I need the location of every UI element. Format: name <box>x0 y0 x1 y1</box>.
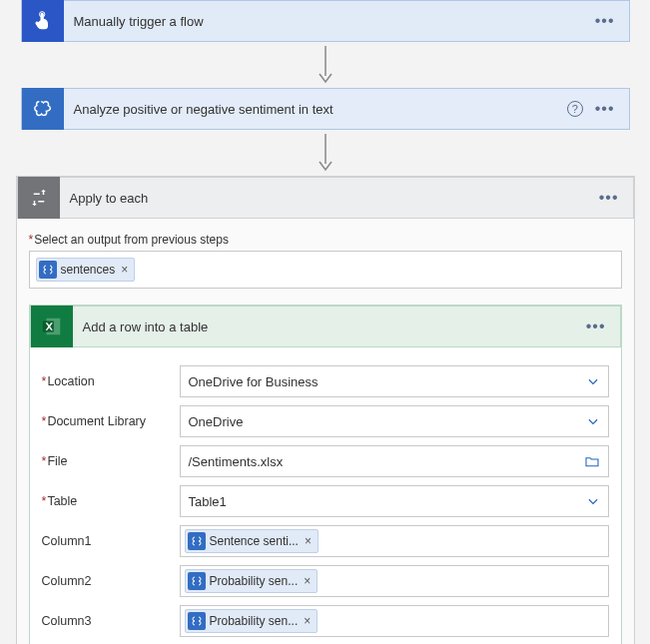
table-select[interactable]: Table1 <box>180 485 609 517</box>
step-title: Analyze positive or negative sentiment i… <box>64 102 567 117</box>
arrow-connector <box>8 46 642 86</box>
token-sentence-sentiment[interactable]: Sentence senti... × <box>185 529 319 553</box>
loop-icon <box>18 177 60 219</box>
row-document-library: *Document Library OneDrive <box>42 405 609 437</box>
dynamic-content-icon <box>188 532 206 550</box>
row-location: *Location OneDrive for Business <box>42 365 609 397</box>
step-add-row-excel: Add a row into a table ••• *Location One… <box>29 305 622 644</box>
svg-rect-4 <box>42 322 53 332</box>
more-icon[interactable]: ••• <box>595 101 615 117</box>
output-selector[interactable]: sentences × <box>29 251 622 289</box>
help-icon[interactable]: ? <box>567 101 583 117</box>
token-probability-2[interactable]: Probability sen... × <box>185 609 319 633</box>
field-label: *Select an output from previous steps <box>29 233 622 247</box>
chevron-down-icon <box>586 374 600 388</box>
token-sentences[interactable]: sentences × <box>36 258 136 282</box>
step-manual-trigger[interactable]: Manually trigger a flow ••• <box>21 0 630 42</box>
dynamic-content-icon <box>188 612 206 630</box>
step-title: Add a row into a table <box>73 320 586 334</box>
apply-header[interactable]: Apply to each ••• <box>17 177 634 219</box>
location-select[interactable]: OneDrive for Business <box>180 365 609 397</box>
field-label: Column3 <box>42 614 172 628</box>
dynamic-content-icon <box>39 261 57 279</box>
remove-token-icon[interactable]: × <box>302 614 311 628</box>
column3-input[interactable]: Probability sen... × <box>180 605 609 637</box>
row-column1: Column1 Sentence senti... × <box>42 525 609 557</box>
chevron-down-icon <box>586 494 600 508</box>
field-label: Column2 <box>42 574 172 588</box>
flow-canvas: Manually trigger a flow ••• Analyze posi… <box>0 0 650 644</box>
more-icon[interactable]: ••• <box>595 13 615 29</box>
row-column2: Column2 Probability sen... × <box>42 565 609 597</box>
token-probability-1[interactable]: Probability sen... × <box>185 569 319 593</box>
row-column3: Column3 Probability sen... × <box>42 605 609 637</box>
field-label: *Location <box>42 374 172 388</box>
remove-token-icon[interactable]: × <box>119 263 128 277</box>
excel-form: *Location OneDrive for Business *Documen… <box>30 347 621 644</box>
field-label: *Document Library <box>42 414 172 428</box>
field-label: *File <box>42 454 172 468</box>
brain-icon <box>22 88 64 130</box>
touch-icon <box>22 0 64 42</box>
excel-header[interactable]: Add a row into a table ••• <box>30 306 621 347</box>
chevron-down-icon <box>586 414 600 428</box>
row-table: *Table Table1 <box>42 485 609 517</box>
doclib-select[interactable]: OneDrive <box>180 405 609 437</box>
folder-icon[interactable] <box>584 453 600 469</box>
column1-input[interactable]: Sentence senti... × <box>180 525 609 557</box>
field-label: Column1 <box>42 534 172 548</box>
step-apply-to-each: Apply to each ••• *Select an output from… <box>16 176 635 644</box>
step-analyze-sentiment[interactable]: Analyze positive or negative sentiment i… <box>21 88 630 130</box>
remove-token-icon[interactable]: × <box>303 534 312 548</box>
more-icon[interactable]: ••• <box>586 319 606 334</box>
excel-icon <box>31 306 73 347</box>
field-label: *Table <box>42 494 172 508</box>
row-file: *File /Sentiments.xlsx <box>42 445 609 477</box>
dynamic-content-icon <box>188 572 206 590</box>
step-title: Apply to each <box>60 191 599 206</box>
more-icon[interactable]: ••• <box>599 190 619 206</box>
column2-input[interactable]: Probability sen... × <box>180 565 609 597</box>
step-title: Manually trigger a flow <box>64 14 595 29</box>
arrow-connector <box>8 134 642 174</box>
remove-token-icon[interactable]: × <box>302 574 311 588</box>
file-picker[interactable]: /Sentiments.xlsx <box>180 445 609 477</box>
